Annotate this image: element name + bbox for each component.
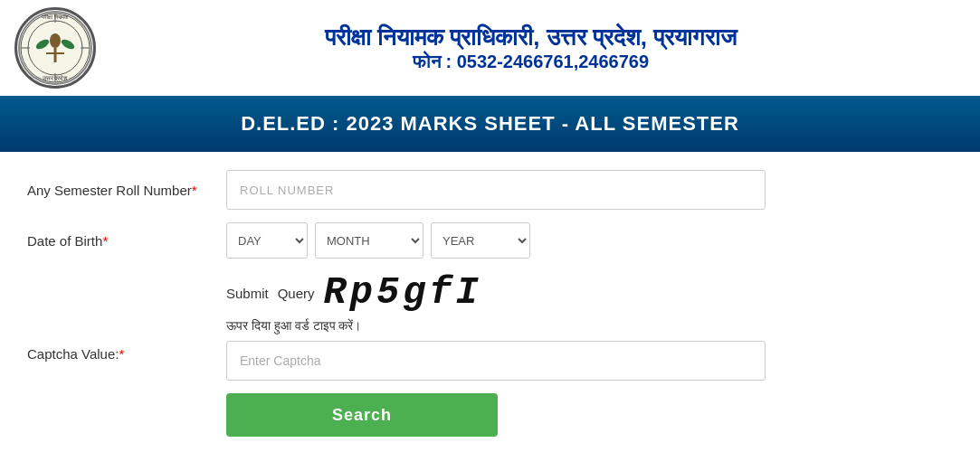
dob-label: Date of Birth* bbox=[27, 233, 226, 249]
captcha-input[interactable] bbox=[226, 341, 766, 381]
header-title: परीक्षा नियामक प्राधिकारी, उत्तर प्रदेश,… bbox=[96, 24, 966, 52]
svg-point-7 bbox=[50, 33, 61, 48]
month-select[interactable]: MONTH bbox=[315, 222, 423, 259]
roll-number-input[interactable] bbox=[226, 170, 766, 210]
header-text-block: परीक्षा नियामक प्राधिकारी, उत्तर प्रदेश,… bbox=[96, 24, 966, 72]
search-button[interactable]: Search bbox=[226, 393, 498, 437]
submit-query-row: Submit Query Rp5gfI bbox=[226, 271, 766, 315]
year-select[interactable]: YEAR bbox=[431, 222, 530, 259]
banner-text: D.EL.ED : 2023 MARKS SHEET - ALL SEMESTE… bbox=[241, 112, 739, 135]
captcha-content: Submit Query Rp5gfI ऊपर दिया हुआ वर्ड टा… bbox=[226, 271, 766, 437]
submit-label: Submit bbox=[226, 286, 269, 301]
logo-icon: उत्तर प्रदेश परीक्षा नियामक bbox=[17, 10, 93, 86]
form-area: Any Semester Roll Number* Date of Birth*… bbox=[0, 152, 980, 452]
logo: उत्तर प्रदेश परीक्षा नियामक bbox=[14, 7, 96, 89]
day-select[interactable]: DAY bbox=[226, 222, 308, 259]
svg-text:परीक्षा नियामक: परीक्षा नियामक bbox=[41, 14, 69, 20]
captcha-instruction: ऊपर दिया हुआ वर्ड टाइप करें। bbox=[226, 318, 766, 334]
page-header: उत्तर प्रदेश परीक्षा नियामक परीक्षा निया… bbox=[0, 0, 980, 96]
page-banner: D.EL.ED : 2023 MARKS SHEET - ALL SEMESTE… bbox=[0, 96, 980, 152]
dob-selects: DAY MONTH YEAR bbox=[226, 222, 530, 259]
query-label: Query bbox=[278, 286, 315, 301]
captcha-display-text: Rp5gfI bbox=[324, 271, 482, 315]
header-phone: फोन : 0532-2466761,2466769 bbox=[96, 52, 966, 72]
svg-text:उत्तर प्रदेश: उत्तर प्रदेश bbox=[42, 74, 69, 82]
roll-number-label: Any Semester Roll Number* bbox=[27, 183, 226, 198]
captcha-label-row: Captcha Value:* Submit Query Rp5gfI ऊपर … bbox=[27, 271, 953, 437]
captcha-label: Captcha Value:* bbox=[27, 346, 226, 362]
roll-number-row: Any Semester Roll Number* bbox=[27, 170, 953, 210]
dob-row: Date of Birth* DAY MONTH YEAR bbox=[27, 222, 953, 259]
